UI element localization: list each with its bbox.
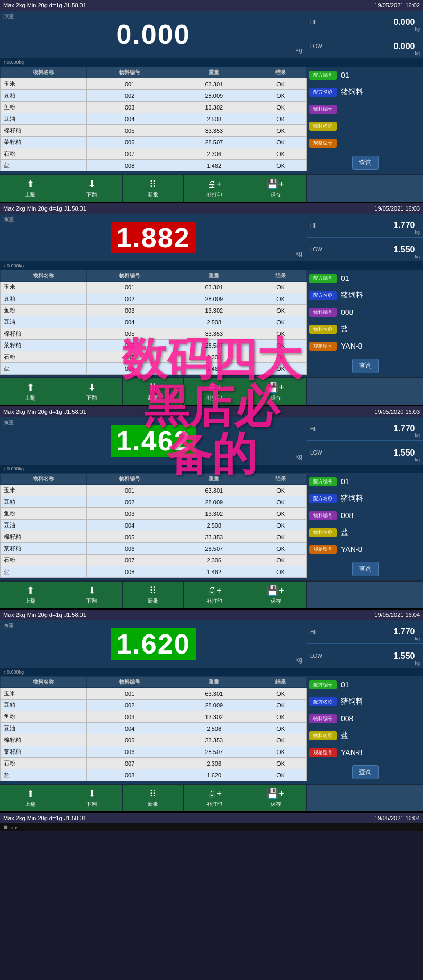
table-row: 豆油 004 2.508 OK [1,113,307,125]
table-row: 豆粕 002 28.009 OK [1,496,307,508]
toolbar-button[interactable]: ⬆ 上翻 [0,582,61,608]
net-row: ↑:0.000kg [0,668,423,676]
cell-result: OK [255,78,307,90]
toolbar-button[interactable]: ⬇ 下翻 [61,378,123,405]
toolbar-button[interactable]: ⬇ 下翻 [61,582,123,608]
toolbar-button[interactable]: ⬇ 下翻 [61,175,123,202]
cell-weight: 63.301 [173,78,255,90]
cell-weight: 28.009 [173,90,255,102]
hi-row: HI 1.770 kg [307,214,423,238]
toolbar-button[interactable]: 🖨+ 补打印 [184,785,245,811]
toolbar-button[interactable]: 🖨+ 补打印 [184,582,245,608]
weight-section: 净重 0.000 kg [0,11,307,58]
cell-weight: 13.302 [173,711,255,723]
search-button[interactable]: 查询 [352,562,379,576]
lo-value: 1.550 [326,651,415,661]
footer-status: Max 2kg Min 20g d=1g J1.58.01 [3,815,86,821]
info-item: 配方名称 猪饲料 [309,491,421,506]
lo-value: 1.550 [326,245,415,255]
info-value: 01 [341,71,349,79]
lo-unit: kg [415,660,420,667]
cell-name: 菜籽粕 [1,746,87,758]
main-display: 净重 0.000 kg HI 0.000 kg LOW 0.000 kg [0,11,423,58]
table-header: 物料名称 [1,67,87,78]
cell-name: 豆油 [1,316,87,328]
cell-name: 鱼粉 [1,711,87,723]
info-item: 物料名称 盐 [309,322,421,337]
toolbar-icon: 🖨+ [207,585,222,596]
toolbar-button[interactable]: ⬇ 下翻 [61,785,123,811]
table-row: 玉米 001 63.301 OK [1,282,307,293]
toolbar-button[interactable]: ⠿ 新批 [123,175,184,202]
cell-weight: 63.301 [173,282,255,293]
toolbar-button[interactable]: 💾+ 保存 [245,582,307,608]
table-header: 物料编号 [87,677,173,688]
info-item: 规格型号 YAN-8 [309,542,421,557]
net-value: ↑:0.000kg [3,466,24,471]
toolbar-button[interactable]: ⬆ 上翻 [0,378,61,405]
header-bar: Max 2kg Min 20g d=1g J1.58.01 19/05/2021… [0,203,423,214]
toolbar-button[interactable]: 💾+ 保存 [245,378,307,405]
search-button[interactable]: 查询 [352,156,379,170]
lo-unit: kg [415,457,420,464]
cell-code: 004 [87,520,173,531]
info-badge: 物料编号 [309,105,337,114]
cell-result: OK [255,125,307,137]
cell-weight: 2.508 [173,520,255,531]
info-item: 物料编号 [309,102,421,116]
toolbar-label: 下翻 [86,394,97,402]
table-row: 菜籽粕 006 28.507 OK [1,340,307,351]
weight-unit: kg [295,250,302,257]
info-value: 008 [341,308,353,316]
toolbar-button[interactable]: 🖨+ 补打印 [184,175,245,202]
info-badge: 配方名称 [309,494,337,503]
table-right: 配方编号 01 配方名称 猪饲料 物料编号 物料名称 规格型号 查询 [307,67,423,174]
toolbar-button[interactable]: ⠿ 新批 [123,785,184,811]
table-left: 物料名称物料编号重量结果 玉米 001 63.301 OK 豆粕 002 28.… [0,67,307,174]
cell-weight: 2.306 [173,555,255,566]
info-badge: 物料名称 [309,122,337,131]
table-row: 棉籽粕 005 33.353 OK [1,734,307,746]
table-left: 物料名称物料编号重量结果 玉米 001 63.301 OK 豆粕 002 28.… [0,270,307,377]
toolbar-icon: ⬆ [26,585,34,596]
cell-weight: 2.508 [173,113,255,125]
cell-name: 棉籽粕 [1,125,87,137]
cell-code: 003 [87,102,173,113]
info-badge: 物料编号 [309,714,337,723]
search-button[interactable]: 查询 [352,359,379,373]
toolbar-button[interactable]: ⬆ 上翻 [0,175,61,202]
data-table: 物料名称物料编号重量结果 玉米 001 63.301 OK 豆粕 002 28.… [0,67,307,171]
cell-result: OK [255,520,307,531]
toolbar-label: 新批 [148,801,158,808]
cell-code: 008 [87,363,173,375]
hi-row: HI 0.000 kg [307,11,423,34]
lo-label: LOW [310,43,326,49]
toolbar-button[interactable]: ⠿ 新批 [123,378,184,405]
right-info: HI 1.770 kg LOW 1.550 kg [307,417,423,465]
cell-code: 002 [87,90,173,102]
cell-name: 玉米 [1,485,87,496]
search-button[interactable]: 查询 [352,765,379,779]
weight-value: 1.882 [111,222,195,253]
toolbar-button[interactable]: ⠿ 新批 [123,582,184,608]
table-body: 玉米 001 63.301 OK 豆粕 002 28.009 OK 鱼粉 003… [1,282,307,375]
toolbar-button[interactable]: ⬆ 上翻 [0,785,61,811]
toolbar-icon: ⠿ [149,788,156,800]
cell-result: OK [255,316,307,328]
net-value: ↑:0.000kg [3,60,24,65]
cell-result: OK [255,746,307,758]
panel: Max 2kg Min 20g d=1g J1.58.01 19/05/2021… [0,0,423,203]
table-body: 玉米 001 63.301 OK 豆粕 002 28.009 OK 鱼粉 003… [1,688,307,781]
info-badge: 物料名称 [309,731,337,740]
toolbar-button[interactable]: 💾+ 保存 [245,175,307,202]
info-badge: 规格型号 [309,545,337,554]
table-header: 结果 [255,67,307,78]
toolbar-icon: 💾+ [267,382,284,393]
cell-result: OK [255,543,307,555]
table-row: 盐 008 1.462 OK [1,160,307,171]
footer-datetime: 19/05/2021 16:04 [374,815,420,821]
toolbar-button[interactable]: 🖨+ 补打印 [184,378,245,405]
info-value: 猪饲料 [341,697,363,706]
toolbar-button[interactable]: 💾+ 保存 [245,785,307,811]
header-datetime: 19/05/2021 16:03 [374,205,420,212]
